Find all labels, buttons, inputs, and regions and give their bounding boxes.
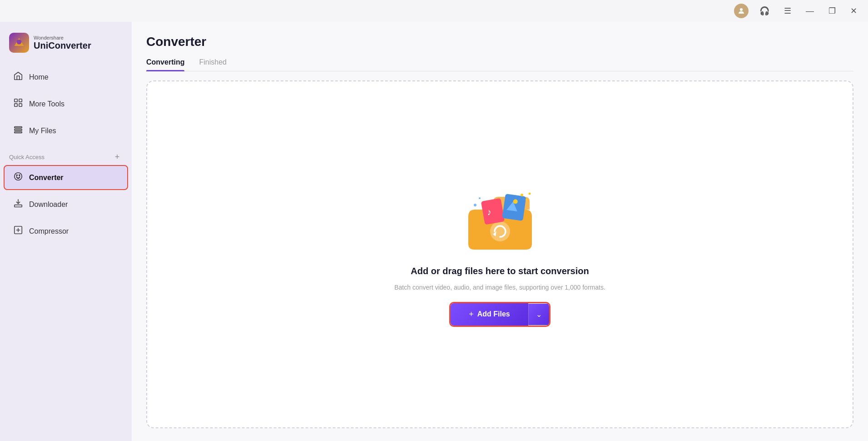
tab-finished[interactable]: Finished — [199, 58, 226, 71]
svg-rect-3 — [15, 99, 17, 102]
svg-rect-8 — [15, 129, 22, 130]
quick-access-section: Quick Access + — [0, 144, 132, 164]
title-bar: 🎧 ☰ — ❐ ✕ — [0, 0, 868, 22]
svg-point-22 — [521, 194, 523, 196]
brand-name: Wondershare — [34, 35, 91, 40]
menu-icon[interactable]: ☰ — [780, 5, 795, 17]
minimize-button[interactable]: — — [802, 5, 818, 17]
svg-point-26 — [474, 204, 476, 206]
app-logo-icon — [9, 33, 29, 53]
sidebar-item-compressor-label: Compressor — [29, 227, 69, 236]
add-files-button[interactable]: + Add Files — [451, 303, 528, 326]
add-files-label: Add Files — [477, 310, 510, 318]
svg-rect-13 — [15, 205, 22, 207]
page-title: Converter — [146, 35, 853, 49]
svg-point-23 — [526, 199, 527, 200]
close-button[interactable]: ✕ — [847, 5, 861, 17]
svg-point-2 — [17, 40, 22, 45]
svg-rect-9 — [15, 132, 22, 133]
compressor-icon — [13, 225, 24, 237]
converter-illustration: ♪ — [459, 182, 541, 255]
quick-access-label: Quick Access — [9, 154, 45, 160]
svg-rect-6 — [19, 104, 22, 106]
svg-rect-4 — [19, 99, 22, 102]
svg-point-25 — [479, 197, 481, 199]
drop-zone-title: Add or drag files here to start conversi… — [411, 266, 589, 276]
sidebar-item-my-files-label: My Files — [29, 127, 56, 135]
add-files-dropdown-button[interactable]: ⌄ — [528, 304, 549, 325]
add-files-container: + Add Files ⌄ — [449, 302, 551, 327]
main-content: Converter Converting Finished — [132, 22, 868, 441]
plus-icon: + — [469, 310, 474, 319]
sidebar-item-compressor[interactable]: Compressor — [4, 219, 128, 244]
svg-rect-17 — [481, 198, 504, 225]
sidebar-item-my-files[interactable]: My Files — [4, 118, 128, 143]
svg-point-10 — [15, 173, 22, 180]
sidebar-item-home-label: Home — [29, 73, 49, 81]
home-icon — [13, 71, 24, 83]
tab-converting[interactable]: Converting — [146, 58, 184, 71]
svg-point-24 — [528, 192, 531, 195]
svg-point-15 — [490, 221, 510, 241]
quick-access-add-button[interactable]: + — [112, 151, 123, 162]
logo-text: Wondershare UniConverter — [34, 35, 91, 51]
logo-area: Wondershare UniConverter — [0, 29, 132, 64]
headset-icon[interactable]: 🎧 — [756, 5, 773, 17]
my-files-icon — [13, 125, 24, 137]
svg-point-11 — [16, 175, 17, 175]
sidebar-item-downloader-label: Downloader — [29, 200, 68, 209]
more-tools-icon — [13, 98, 24, 110]
sidebar: Wondershare UniConverter Home — [0, 22, 132, 441]
app-name: UniConverter — [34, 40, 91, 51]
sidebar-item-converter[interactable]: Converter — [4, 165, 128, 190]
svg-point-0 — [740, 8, 743, 11]
drop-zone[interactable]: ♪ Add or drag files here to start conver… — [146, 80, 853, 428]
sidebar-item-converter-label: Converter — [29, 174, 64, 182]
tabs: Converting Finished — [146, 58, 853, 71]
sidebar-item-more-tools[interactable]: More Tools — [4, 91, 128, 116]
restore-button[interactable]: ❐ — [825, 5, 839, 17]
svg-point-12 — [19, 175, 20, 175]
svg-rect-7 — [15, 127, 22, 128]
chevron-down-icon: ⌄ — [536, 310, 542, 319]
svg-rect-5 — [15, 104, 17, 106]
user-avatar-icon[interactable] — [734, 4, 749, 18]
downloader-icon — [13, 198, 24, 210]
app-layout: Wondershare UniConverter Home — [0, 22, 868, 441]
drop-zone-subtitle: Batch convert video, audio, and image fi… — [394, 284, 605, 291]
sidebar-item-more-tools-label: More Tools — [29, 100, 64, 108]
sidebar-item-downloader[interactable]: Downloader — [4, 192, 128, 217]
converter-icon — [13, 171, 24, 184]
sidebar-item-home[interactable]: Home — [4, 65, 128, 90]
